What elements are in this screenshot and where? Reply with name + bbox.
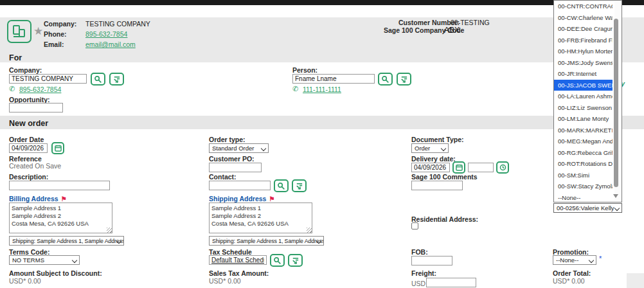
- description-input[interactable]: [9, 181, 110, 190]
- shipping-shipping-select[interactable]: Shipping: Sample Address 1, Sample Addre…: [209, 236, 324, 246]
- terms-code-select[interactable]: NO TERMS: [9, 255, 80, 265]
- delivery-date-calendar-icon[interactable]: [452, 161, 465, 174]
- sage-company-code-value[interactable]: ABX: [444, 26, 460, 35]
- shipping-address-textarea[interactable]: Sample Address 1 Sample Address 2 Costa …: [209, 203, 312, 233]
- salesperson-listbox-items: 00-CNTR:CONTRACT JOBS00-CW:Charlene Ward…: [554, 1, 622, 203]
- header-phone-link[interactable]: 895-632-7854: [85, 30, 127, 38]
- residential-address-checkbox[interactable]: [411, 222, 418, 230]
- salesperson-option[interactable]: 00-ROT:Rotations Dept: [554, 158, 613, 170]
- salesperson-option[interactable]: 00-JR:Internet: [554, 68, 613, 80]
- order-date-label: Order Date: [9, 136, 44, 143]
- billing-address-textarea[interactable]: Sample Address 1 Sample Address 2 Costa …: [9, 203, 112, 233]
- salesperson-select[interactable]: 00-0256:Valerie Kelly: [553, 203, 622, 213]
- freight-input[interactable]: [426, 278, 476, 287]
- tax-schedule-search-icon[interactable]: [270, 254, 285, 267]
- company-icon[interactable]: [7, 20, 31, 43]
- billing-address-label-text: Billing Address: [9, 195, 58, 203]
- resize-grip-icon[interactable]: [107, 228, 112, 233]
- delivery-time-clock-icon[interactable]: [496, 161, 509, 174]
- billing-address-label: Billing Address⚑: [9, 195, 67, 203]
- for-company-label: Company:: [9, 66, 42, 74]
- customer-po-label: Customer PO:: [209, 155, 255, 163]
- salesperson-option[interactable]: 00-CNTR:CONTRACT JOBS: [554, 1, 613, 12]
- tax-schedule-open-record-icon[interactable]: [288, 254, 303, 267]
- favorite-star-icon[interactable]: ★: [33, 24, 43, 38]
- company-open-record-icon[interactable]: [109, 73, 124, 86]
- for-company-phone-icon: ✆: [9, 85, 15, 93]
- salesperson-option[interactable]: 00-CW:Charlene Ward: [554, 12, 613, 24]
- order-type-select[interactable]: Standard Order: [209, 143, 269, 153]
- person-input[interactable]: [292, 74, 375, 84]
- freight-label: Freight:: [411, 269, 436, 277]
- sage-comments-input[interactable]: [411, 181, 463, 190]
- company-search-icon[interactable]: [91, 73, 105, 86]
- delivery-date-label: Delivery date:: [411, 155, 456, 163]
- delivery-time-input[interactable]: [468, 163, 494, 172]
- salesperson-option[interactable]: 00-LA:Lauren Ashmore: [554, 91, 613, 102]
- salesperson-option[interactable]: 00-FRB:Firebrand Flags: [554, 35, 613, 46]
- person-open-record-icon[interactable]: [397, 73, 411, 86]
- app-frame: ★ Company: TESTING COMPANY Phone: 895-63…: [0, 0, 644, 288]
- sales-tax-value: USD* 0.00: [209, 277, 241, 285]
- promotion-value: --None--: [556, 256, 578, 264]
- salesperson-option[interactable]: 00-JMS:Jody Swenson: [554, 57, 613, 69]
- salesperson-listbox[interactable]: 00-CNTR:CONTRACT JOBS00-CW:Charlene Ward…: [553, 0, 622, 203]
- header-email-link[interactable]: email@mail.com: [85, 40, 136, 48]
- customer-po-input[interactable]: [209, 163, 262, 172]
- salesperson-option[interactable]: 00-HM:Hylun Mortensen: [554, 46, 613, 57]
- resize-grip-icon[interactable]: [307, 228, 312, 233]
- scrollbar-thumb[interactable]: [614, 19, 618, 187]
- order-type-label: Order type:: [209, 136, 246, 143]
- salesperson-option[interactable]: 00-SW:Stacy Zymola: [554, 181, 613, 192]
- reference-value: Created On Save: [9, 162, 61, 170]
- scrollbar-down-arrow-icon[interactable]: [613, 194, 618, 198]
- shipping-shipping-select-value: Shipping: Sample Address 1, Sample Addre…: [212, 238, 324, 244]
- contact-input[interactable]: [209, 181, 271, 190]
- chevron-down-icon: [441, 146, 446, 151]
- chevron-down-icon: [589, 258, 594, 263]
- order-total-label: Order Total:: [553, 269, 591, 277]
- for-company-phone-link[interactable]: 895-632-7854: [19, 86, 61, 93]
- order-type-value: Standard Order: [212, 145, 254, 152]
- billing-shipping-select[interactable]: Shipping: Sample Address 1, Sample Addre…: [9, 236, 124, 246]
- header-company-label: Company:: [44, 20, 76, 28]
- salesperson-option[interactable]: 00-RG:Rebecca Griffith: [554, 147, 613, 159]
- required-flag-icon: ⚑: [61, 195, 67, 203]
- person-phone-link[interactable]: 111-111-1111: [303, 86, 341, 93]
- delivery-date-input[interactable]: [411, 163, 450, 172]
- for-company-input[interactable]: [9, 74, 87, 84]
- order-date-input[interactable]: [9, 143, 48, 153]
- shipping-address-label-text: Shipping Address: [209, 195, 266, 203]
- sage-comments-label: Sage 100 Comments: [411, 173, 478, 181]
- tax-schedule-input[interactable]: [209, 255, 267, 265]
- sales-tax-label: Sales Tax Amount:: [209, 269, 269, 277]
- new-order-band: [0, 116, 644, 129]
- salesperson-option[interactable]: 00-DEE:Dee Cragun: [554, 23, 613, 35]
- amount-subject-discount-label: Amount Subject to Discount:: [9, 269, 102, 277]
- bottom-edge-band: [627, 273, 644, 288]
- opportunity-input[interactable]: [9, 103, 63, 113]
- order-date-calendar-icon[interactable]: [51, 142, 64, 154]
- order-total-value: USD* 0.00: [553, 277, 585, 285]
- salesperson-option[interactable]: 00-JS:JACOB SWENSON: [554, 80, 613, 91]
- person-search-icon[interactable]: [378, 73, 393, 86]
- description-label: Description:: [9, 173, 48, 181]
- chevron-down-icon: [72, 258, 77, 263]
- fob-label: FOB:: [411, 248, 428, 256]
- contact-search-icon[interactable]: [274, 179, 289, 192]
- salesperson-option[interactable]: 00-MEG:Megan Anderson: [554, 136, 613, 147]
- salesperson-option[interactable]: 00-LM:Lane Monty: [554, 113, 613, 125]
- person-label: Person:: [292, 66, 318, 74]
- promotion-select[interactable]: --None--: [553, 255, 596, 265]
- header-phone-label: Phone:: [44, 30, 67, 38]
- listbox-scrollbar[interactable]: [614, 2, 620, 201]
- chevron-down-icon: [614, 206, 620, 211]
- document-type-label: Document Type:: [411, 136, 463, 143]
- contact-open-record-icon[interactable]: [292, 179, 307, 192]
- salesperson-option[interactable]: 00-MARK:MARKETING: [554, 125, 613, 136]
- salesperson-option[interactable]: --None--: [554, 192, 613, 204]
- salesperson-option[interactable]: 00-LIZ:Liz Swenson: [554, 102, 613, 114]
- fob-input[interactable]: [411, 256, 452, 266]
- document-type-select[interactable]: Order: [411, 143, 449, 153]
- salesperson-option[interactable]: 00-SM:Simi: [554, 170, 613, 181]
